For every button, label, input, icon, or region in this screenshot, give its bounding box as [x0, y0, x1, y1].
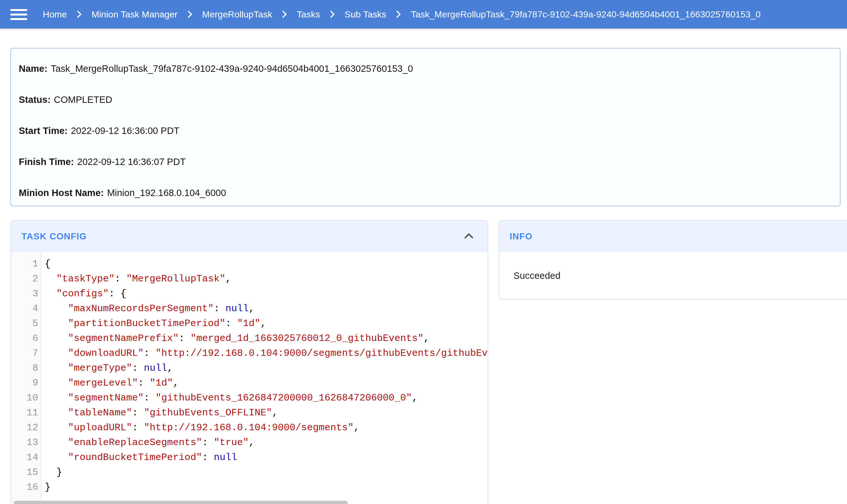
info-panel: INFO Succeeded [499, 220, 847, 300]
breadcrumb-item[interactable]: Minion Task Manager [92, 9, 178, 19]
detail-value: Task_MergeRollupTask_79fa787c-9102-439a-… [51, 64, 413, 74]
code-line: "mergeType": null, [45, 361, 488, 376]
chevron-up-icon [462, 229, 476, 243]
code-line: "maxNumRecordsPerSegment": null, [45, 302, 488, 317]
info-header: INFO [499, 221, 847, 252]
chevron-right-icon [74, 9, 85, 19]
line-number: 5 [11, 317, 38, 331]
task-details-card: Name:Task_MergeRollupTask_79fa787c-9102-… [10, 48, 841, 206]
code-gutter: 12345678910111213141516 [11, 252, 41, 504]
detail-value: Minion_192.168.0.104_6000 [107, 187, 226, 198]
page: HomeMinion Task ManagerMergeRollupTaskTa… [0, 0, 847, 504]
hamburger-menu-icon [10, 9, 27, 20]
code-editor[interactable]: 12345678910111213141516 { "taskType": "M… [11, 252, 488, 504]
horizontal-scrollbar-thumb[interactable] [14, 501, 348, 504]
breadcrumb-item[interactable]: Home [43, 9, 67, 19]
detail-row: Minion Host Name:Minion_192.168.0.104_60… [19, 186, 832, 199]
breadcrumb: HomeMinion Task ManagerMergeRollupTaskTa… [43, 9, 761, 19]
line-number: 13 [11, 435, 38, 450]
code-line: "configs": { [45, 287, 488, 302]
line-number: 1 [11, 257, 38, 272]
detail-label: Status: [19, 94, 51, 105]
line-number: 8 [11, 361, 38, 376]
code-line: "partitionBucketTimePeriod": "1d", [45, 317, 488, 331]
line-number: 7 [11, 346, 38, 361]
code-line: "taskType": "MergeRollupTask", [45, 272, 488, 287]
detail-row: Finish Time:2022-09-12 16:36:07 PDT [19, 155, 832, 168]
chevron-right-icon [279, 9, 290, 19]
chevron-right-icon [393, 9, 404, 19]
line-number: 15 [11, 465, 38, 480]
code-line: "segmentNamePrefix": "merged_1d_16630257… [45, 331, 488, 346]
line-number: 6 [11, 331, 38, 346]
chevron-right-icon [327, 9, 338, 19]
info-title: INFO [509, 231, 533, 241]
detail-label: Finish Time: [19, 157, 74, 167]
breadcrumb-item: Task_MergeRollupTask_79fa787c-9102-439a-… [411, 9, 761, 19]
line-number: 3 [11, 287, 38, 302]
info-status: Succeeded [514, 270, 560, 281]
code-line: { [45, 257, 488, 272]
breadcrumb-item[interactable]: Tasks [297, 9, 320, 19]
code-line: } [45, 465, 488, 480]
line-number: 16 [11, 480, 38, 495]
task-config-title: TASK CONFIG [21, 231, 87, 241]
app-bar: HomeMinion Task ManagerMergeRollupTaskTa… [0, 0, 847, 29]
detail-row: Start Time:2022-09-12 16:36:00 PDT [19, 124, 832, 137]
panels-row: TASK CONFIG 12345678910111213141516 { "t… [10, 220, 847, 504]
line-number: 10 [11, 391, 38, 406]
detail-value: COMPLETED [54, 94, 113, 105]
line-number: 12 [11, 420, 38, 435]
detail-value: 2022-09-12 16:36:00 PDT [71, 126, 179, 136]
breadcrumb-item[interactable]: Sub Tasks [345, 9, 386, 19]
detail-label: Name: [19, 64, 48, 74]
chevron-right-icon [185, 9, 195, 19]
code-line: } [45, 480, 488, 495]
collapse-button[interactable] [461, 228, 477, 244]
line-number: 2 [11, 272, 38, 287]
code-line: "segmentName": "githubEvents_16268472000… [45, 391, 488, 406]
detail-value: 2022-09-12 16:36:07 PDT [77, 157, 186, 167]
menu-button[interactable] [9, 7, 29, 21]
code-lines: { "taskType": "MergeRollupTask", "config… [41, 252, 488, 504]
code-line: "downloadURL": "http://192.168.0.104:900… [45, 346, 488, 361]
line-number: 9 [11, 376, 38, 391]
detail-label: Start Time: [19, 126, 68, 136]
code-line: "uploadURL": "http://192.168.0.104:9000/… [45, 420, 488, 435]
info-content: Succeeded [499, 252, 847, 300]
line-number: 11 [11, 406, 38, 420]
detail-row: Name:Task_MergeRollupTask_79fa787c-9102-… [19, 62, 832, 75]
detail-label: Minion Host Name: [19, 187, 104, 198]
task-config-header: TASK CONFIG [11, 221, 488, 252]
breadcrumb-item[interactable]: MergeRollupTask [202, 9, 272, 19]
code-line: "roundBucketTimePeriod": null [45, 450, 488, 465]
line-number: 14 [11, 450, 38, 465]
code-line: "mergeLevel": "1d", [45, 376, 488, 391]
detail-row: Status:COMPLETED [19, 93, 832, 106]
line-number: 4 [11, 302, 38, 317]
task-config-panel: TASK CONFIG 12345678910111213141516 { "t… [10, 220, 488, 504]
code-line: "tableName": "githubEvents_OFFLINE", [45, 406, 488, 420]
code-line: "enableReplaceSegments": "true", [45, 435, 488, 450]
